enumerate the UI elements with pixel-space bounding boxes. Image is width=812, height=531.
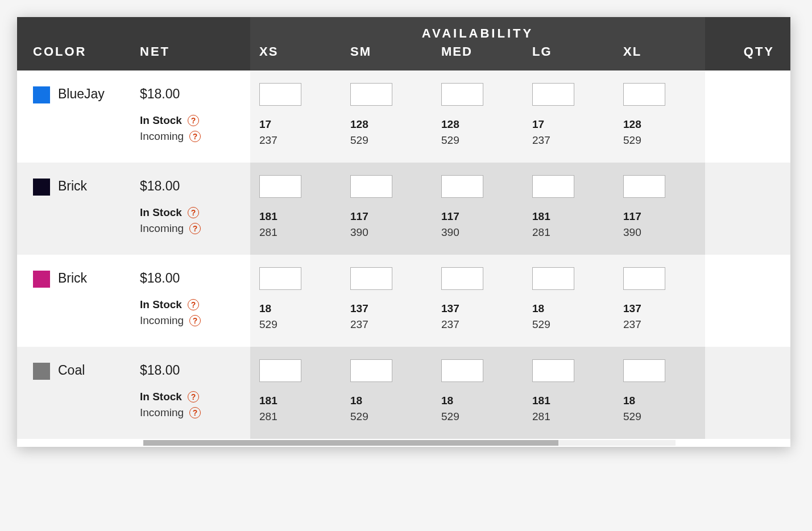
color-cell: Coal (17, 347, 131, 439)
in-stock-value: 181 (532, 210, 605, 223)
color-swatch (33, 271, 50, 288)
size-cell-xl: 18529 (614, 347, 705, 439)
help-icon[interactable]: ? (189, 315, 201, 326)
color-name: Brick (58, 271, 87, 286)
qty-input-sm[interactable] (350, 359, 392, 382)
in-stock-value: 18 (350, 395, 423, 407)
help-icon[interactable]: ? (189, 131, 201, 142)
price: $18.00 (140, 363, 241, 378)
net-cell: $18.00In Stock?Incoming? (131, 255, 250, 347)
scrollbar-thumb[interactable] (143, 440, 558, 446)
color-cell: Brick (17, 255, 131, 347)
incoming-value: 529 (623, 134, 696, 147)
header-color: COLOR (17, 17, 131, 70)
table-row: Coal$18.00In Stock?Incoming?181281185291… (17, 347, 790, 439)
in-stock-value: 117 (623, 210, 696, 223)
incoming-value: 237 (259, 134, 332, 147)
incoming-value: 529 (350, 410, 423, 423)
availability-band: 181281117390117390181281117390 (250, 163, 705, 255)
size-cell-sm: 117390 (341, 163, 432, 255)
help-icon[interactable]: ? (188, 207, 199, 218)
in-stock-label: In Stock (140, 206, 182, 219)
header-size-xl: XL (614, 44, 705, 70)
size-cell-med: 128529 (432, 70, 523, 163)
qty-input-sm[interactable] (350, 267, 392, 290)
incoming-value: 237 (623, 318, 696, 331)
qty-input-xs[interactable] (259, 359, 301, 382)
qty-input-lg[interactable] (532, 359, 574, 382)
header-availability-group: AVAILABILITY XS SM MED LG XL (250, 17, 705, 70)
incoming-label: Incoming (140, 314, 184, 327)
qty-input-med[interactable] (441, 267, 483, 290)
color-name: Brick (58, 179, 87, 194)
incoming-value: 237 (532, 134, 605, 147)
help-icon[interactable]: ? (188, 391, 199, 403)
in-stock-label: In Stock (140, 391, 182, 403)
incoming-value: 529 (532, 318, 605, 331)
incoming-value: 281 (532, 226, 605, 239)
net-cell: $18.00In Stock?Incoming? (131, 70, 250, 163)
scrollbar-track[interactable] (143, 440, 676, 446)
color-swatch (33, 86, 50, 103)
size-cell-xl: 137237 (614, 255, 705, 347)
header-availability: AVAILABILITY (250, 17, 705, 44)
header-net: NET (131, 17, 250, 70)
help-icon[interactable]: ? (188, 115, 199, 126)
help-icon[interactable]: ? (189, 407, 201, 418)
availability-band: 1852913723713723718529137237 (250, 255, 705, 347)
size-cell-med: 137237 (432, 255, 523, 347)
size-cell-lg: 181281 (523, 163, 614, 255)
header-size-lg: LG (523, 44, 614, 70)
size-cell-xs: 17237 (250, 70, 341, 163)
qty-cell (705, 255, 790, 347)
qty-input-xl[interactable] (623, 83, 665, 106)
qty-input-xs[interactable] (259, 175, 301, 198)
incoming-value: 281 (259, 410, 332, 423)
header-size-xs: XS (250, 44, 341, 70)
in-stock-value: 18 (259, 302, 332, 315)
size-cell-xl: 128529 (614, 70, 705, 163)
qty-input-xs[interactable] (259, 83, 301, 106)
table-body: BlueJay$18.00In Stock?Incoming?172371285… (17, 70, 790, 439)
table-row: BlueJay$18.00In Stock?Incoming?172371285… (17, 70, 790, 163)
qty-input-xl[interactable] (623, 359, 665, 382)
horizontal-scrollbar[interactable] (17, 439, 790, 447)
in-stock-value: 117 (441, 210, 514, 223)
qty-input-lg[interactable] (532, 175, 574, 198)
header-qty: QTY (705, 17, 790, 70)
color-cell: Brick (17, 163, 131, 255)
qty-input-lg[interactable] (532, 267, 574, 290)
qty-input-med[interactable] (441, 83, 483, 106)
price: $18.00 (140, 86, 241, 102)
size-cell-xl: 117390 (614, 163, 705, 255)
in-stock-value: 137 (623, 302, 696, 315)
incoming-value: 390 (623, 226, 696, 239)
help-icon[interactable]: ? (189, 223, 201, 234)
in-stock-label: In Stock (140, 298, 182, 311)
qty-input-sm[interactable] (350, 175, 392, 198)
incoming-value: 529 (350, 134, 423, 147)
incoming-value: 237 (350, 318, 423, 331)
table-row: Brick$18.00In Stock?Incoming?18128111739… (17, 163, 790, 255)
in-stock-value: 128 (441, 118, 514, 131)
size-cell-med: 117390 (432, 163, 523, 255)
incoming-label: Incoming (140, 222, 184, 235)
header-size-med: MED (432, 44, 523, 70)
incoming-value: 237 (441, 318, 514, 331)
incoming-value: 281 (532, 410, 605, 423)
size-cell-lg: 181281 (523, 347, 614, 439)
qty-input-med[interactable] (441, 175, 483, 198)
qty-input-xs[interactable] (259, 267, 301, 290)
size-cell-sm: 137237 (341, 255, 432, 347)
inventory-panel: COLOR NET AVAILABILITY XS SM MED LG XL Q… (17, 17, 790, 447)
qty-input-xl[interactable] (623, 175, 665, 198)
in-stock-value: 137 (350, 302, 423, 315)
qty-input-xl[interactable] (623, 267, 665, 290)
qty-input-sm[interactable] (350, 83, 392, 106)
qty-input-med[interactable] (441, 359, 483, 382)
price: $18.00 (140, 271, 241, 286)
qty-input-lg[interactable] (532, 83, 574, 106)
net-cell: $18.00In Stock?Incoming? (131, 163, 250, 255)
size-cell-lg: 18529 (523, 255, 614, 347)
help-icon[interactable]: ? (188, 299, 199, 310)
